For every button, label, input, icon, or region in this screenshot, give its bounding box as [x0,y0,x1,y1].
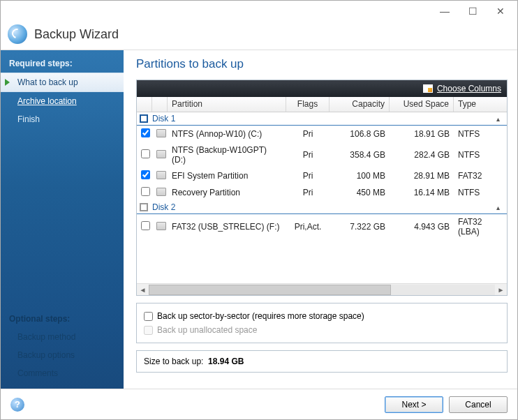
disk-header[interactable]: Disk 1▴ [137,112,507,126]
partition-used: 4.943 GB [390,220,454,233]
scroll-right-icon[interactable]: ► [495,286,507,294]
page-title: Partitions to back up [136,57,508,71]
backup-options: Back up sector-by-sector (requires more … [136,303,508,343]
col-capacity[interactable]: Capacity [330,97,390,112]
col-flags[interactable]: Flags [286,97,330,112]
partition-capacity: 7.322 GB [330,220,390,233]
col-partition[interactable]: Partition [168,97,286,112]
unallocated-label: Back up unallocated space [157,325,257,335]
col-used[interactable]: Used Space [390,97,454,112]
partition-checkbox[interactable] [141,128,150,137]
next-button[interactable]: Next > [385,396,443,413]
drive-icon [156,150,166,158]
unallocated-checkbox [144,326,153,335]
partition-capacity: 450 MB [330,186,390,199]
partition-row[interactable]: NTFS (Annop-W10) (C:) Pri 106.8 GB 18.91… [137,126,507,142]
partition-flags: Pri [286,149,330,161]
partition-type: NTFS [454,149,507,161]
size-value: 18.94 GB [208,357,244,366]
collapse-icon[interactable]: ▴ [496,204,500,211]
partition-type: FAT32 [454,170,507,182]
choose-columns-link[interactable]: Choose Columns [437,84,501,93]
disk-icon [140,114,148,123]
cancel-button[interactable]: Cancel [449,396,508,413]
step-archive-location[interactable]: Archive location [1,92,124,110]
choose-columns-icon [423,84,433,93]
collapse-icon[interactable]: ▴ [496,115,500,123]
sidebar: Required steps: What to back up Archive … [1,50,124,389]
disk-name: Disk 1 [152,114,496,123]
step-comments[interactable]: Comments [1,364,124,382]
partition-checkbox[interactable] [141,170,150,179]
partition-checkbox[interactable] [141,149,150,158]
partition-name: NTFS (Backup-W10GPT) (D:) [168,144,286,166]
titlebar: — ☐ ✕ [1,1,517,22]
partition-checkbox[interactable] [141,187,150,196]
step-finish[interactable]: Finish [1,110,124,128]
minimize-button[interactable]: — [431,2,459,20]
partition-name: Recovery Partition [168,186,286,199]
partition-used: 16.14 MB [390,186,454,199]
step-label: Backup options [17,350,75,360]
help-icon[interactable]: ? [10,398,24,412]
step-backup-method[interactable]: Backup method [1,328,124,346]
drive-icon [156,171,166,179]
backup-wizard-window: — ☐ ✕ Backup Wizard Required steps: What… [0,0,518,420]
partition-name: FAT32 (USB_STRELEC) (F:) [168,220,286,233]
step-label: Archive location [17,96,77,106]
footer: ? Next > Cancel [1,389,517,419]
partition-type: FAT32 (LBA) [454,216,507,238]
required-steps-title: Required steps: [1,54,124,73]
sector-by-sector-option[interactable]: Back up sector-by-sector (requires more … [144,309,500,323]
disk-name: Disk 2 [152,202,496,212]
header: Backup Wizard [1,22,517,50]
sector-by-sector-label: Back up sector-by-sector (requires more … [157,311,364,321]
unallocated-option: Back up unallocated space [144,323,500,337]
app-title: Backup Wizard [34,27,119,42]
close-button[interactable]: ✕ [487,2,515,20]
optional-steps-title: Optional steps: [1,310,124,328]
column-headers: Partition Flags Capacity Used Space Type [137,97,507,112]
partition-flags: Pri [286,186,330,199]
step-label: Comments [17,368,58,378]
partition-used: 282.4 GB [390,149,454,161]
partition-capacity: 106.8 GB [330,128,390,140]
sector-by-sector-checkbox[interactable] [144,312,153,321]
partition-name: EFI System Partition [168,170,286,182]
size-label: Size to back up: [144,357,203,366]
col-icon [152,97,168,112]
partition-checkbox[interactable] [141,221,150,230]
disk-icon [140,203,148,211]
scroll-left-icon[interactable]: ◄ [137,286,149,294]
panel-toolbar: Choose Columns [137,80,507,97]
partition-type: NTFS [454,128,507,140]
drive-icon [156,188,166,196]
horizontal-scrollbar[interactable]: ◄ ► [137,283,507,295]
step-label: What to back up [17,77,78,87]
col-checkbox[interactable] [137,97,152,112]
partition-row[interactable]: EFI System Partition Pri 100 MB 28.91 MB… [137,167,507,184]
partition-name: NTFS (Annop-W10) (C:) [168,128,286,140]
app-logo-icon [8,24,27,44]
col-type[interactable]: Type [454,97,507,112]
size-summary: Size to back up: 18.94 GB [136,350,508,373]
partition-capacity: 100 MB [330,170,390,182]
partition-row[interactable]: FAT32 (USB_STRELEC) (F:) Pri,Act. 7.322 … [137,214,507,239]
drive-icon [156,129,166,137]
partition-row[interactable]: Recovery Partition Pri 450 MB 16.14 MB N… [137,184,507,201]
step-backup-options[interactable]: Backup options [1,346,124,364]
partition-type: NTFS [454,186,507,199]
partition-capacity: 358.4 GB [330,149,390,161]
partition-flags: Pri [286,128,330,140]
drive-icon [156,222,166,230]
maximize-button[interactable]: ☐ [459,2,487,20]
partition-used: 28.91 MB [390,170,454,182]
partitions-grid: Disk 1▴ NTFS (Annop-W10) (C:) Pri 106.8 … [137,112,507,283]
main-content: Partitions to back up Choose Columns Par… [124,50,517,389]
step-what-to-back-up[interactable]: What to back up [1,73,124,92]
step-label: Backup method [17,332,75,342]
partition-flags: Pri,Act. [286,220,330,233]
partition-flags: Pri [286,170,330,182]
disk-header[interactable]: Disk 2▴ [137,201,507,214]
partition-row[interactable]: NTFS (Backup-W10GPT) (D:) Pri 358.4 GB 2… [137,142,507,167]
